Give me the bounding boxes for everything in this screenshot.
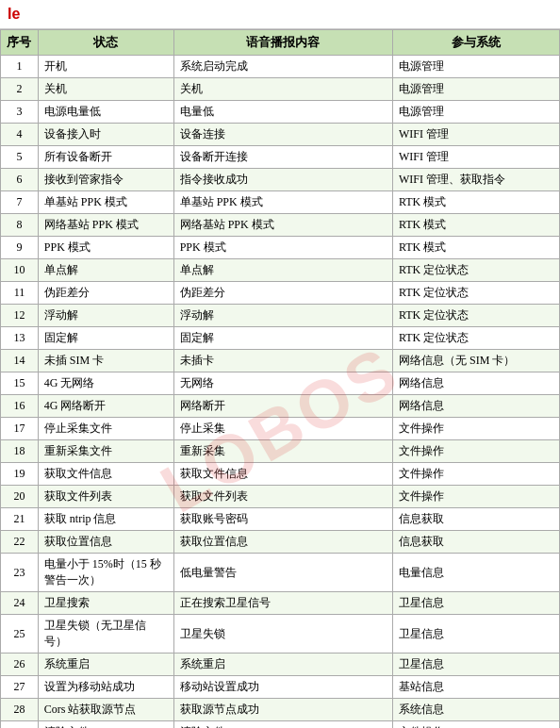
- table-cell: 24: [1, 592, 39, 615]
- table-cell: 10: [1, 259, 39, 282]
- table-row: 27设置为移动站成功移动站设置成功基站信息: [1, 676, 560, 699]
- table-cell: 伪距差分: [38, 282, 173, 305]
- table-cell: 13: [1, 327, 39, 350]
- table-row: 11伪距差分伪距差分RTK 定位状态: [1, 282, 560, 305]
- table-row: 24卫星搜索正在搜索卫星信号卫星信息: [1, 592, 560, 615]
- table-cell: RTK 模式: [392, 214, 559, 237]
- table-header-row: 序号 状态 语音播报内容 参与系统: [1, 30, 560, 56]
- table-cell: 卫星信息: [392, 592, 559, 615]
- table-cell: 信息获取: [392, 531, 559, 554]
- table-cell: 单点解: [38, 259, 173, 282]
- table-cell: 设备断开连接: [173, 146, 392, 169]
- table-cell: 单点解: [173, 259, 392, 282]
- table-cell: 4G 无网络: [38, 372, 173, 395]
- table-row: 20获取文件列表获取文件列表文件操作: [1, 486, 560, 508]
- table-cell: 系统重启: [173, 654, 392, 676]
- table-cell: 网络基站 PPK 模式: [38, 214, 173, 237]
- table-cell: 23: [1, 554, 39, 592]
- table-cell: 设备连接: [173, 124, 392, 146]
- table-cell: 卫星搜索: [38, 592, 173, 615]
- table-row: 18重新采集文件重新采集文件操作: [1, 440, 560, 463]
- table-cell: 26: [1, 654, 39, 676]
- col-header-system: 参与系统: [392, 30, 559, 56]
- table-cell: 获取文件信息: [38, 463, 173, 486]
- table-cell: 获取文件列表: [173, 486, 392, 508]
- table-cell: 清除文件: [173, 721, 392, 729]
- table-cell: 28: [1, 699, 39, 721]
- table-cell: 文件操作: [392, 721, 559, 729]
- table-cell: 卫星信息: [392, 615, 559, 654]
- table-cell: 获取源节点成功: [173, 699, 392, 721]
- table-row: 9PPK 模式PPK 模式RTK 模式: [1, 237, 560, 259]
- table-cell: 获取 ntrip 信息: [38, 508, 173, 531]
- table-cell: 重新采集文件: [38, 440, 173, 463]
- table-cell: 未插卡: [173, 350, 392, 372]
- table-row: 3电源电量低电量低电源管理: [1, 101, 560, 124]
- table-cell: WIFI 管理: [392, 146, 559, 169]
- table-cell: RTK 模式: [392, 191, 559, 214]
- table-cell: 文件操作: [392, 463, 559, 486]
- table-row: 19获取文件信息获取文件信息文件操作: [1, 463, 560, 486]
- table-cell: 单基站 PPK 模式: [38, 191, 173, 214]
- table-cell: 电量低: [173, 101, 392, 124]
- table-row: 28Cors 站获取源节点获取源节点成功系统信息: [1, 699, 560, 721]
- table-cell: 15: [1, 372, 39, 395]
- table-cell: 系统启动完成: [173, 56, 392, 78]
- table-cell: 系统信息: [392, 699, 559, 721]
- table-cell: 获取位置信息: [38, 531, 173, 554]
- table-cell: WIFI 管理、获取指令: [392, 169, 559, 191]
- table-row: 17停止采集文件停止采集文件操作: [1, 418, 560, 440]
- table-row: 29清除文件清除文件文件操作: [1, 721, 560, 729]
- table-cell: 2: [1, 78, 39, 101]
- table-cell: 电源管理: [392, 56, 559, 78]
- table-cell: 重新采集: [173, 440, 392, 463]
- table-cell: 电量小于 15%时（15 秒警告一次）: [38, 554, 173, 592]
- table-cell: 20: [1, 486, 39, 508]
- table-row: 8网络基站 PPK 模式网络基站 PPK 模式RTK 模式: [1, 214, 560, 237]
- table-cell: 系统重启: [38, 654, 173, 676]
- table-cell: 电源电量低: [38, 101, 173, 124]
- table-cell: 浮动解: [173, 305, 392, 327]
- table-cell: 接收到管家指令: [38, 169, 173, 191]
- table-cell: 浮动解: [38, 305, 173, 327]
- table-cell: 19: [1, 463, 39, 486]
- table-cell: 网络信息: [392, 372, 559, 395]
- table-cell: RTK 模式: [392, 237, 559, 259]
- table-row: 164G 网络断开网络断开网络信息: [1, 395, 560, 418]
- table-row: 6接收到管家指令指令接收成功WIFI 管理、获取指令: [1, 169, 560, 191]
- table-cell: 移动站设置成功: [173, 676, 392, 699]
- table-cell: 未插 SIM 卡: [38, 350, 173, 372]
- table-row: 23电量小于 15%时（15 秒警告一次）低电量警告电量信息: [1, 554, 560, 592]
- table-row: 26系统重启系统重启卫星信息: [1, 654, 560, 676]
- table-cell: RTK 定位状态: [392, 259, 559, 282]
- table-cell: 11: [1, 282, 39, 305]
- table-cell: 信息获取: [392, 508, 559, 531]
- table-cell: 网络断开: [173, 395, 392, 418]
- table-cell: 5: [1, 146, 39, 169]
- table-cell: 停止采集: [173, 418, 392, 440]
- table-cell: 22: [1, 531, 39, 554]
- table-cell: 12: [1, 305, 39, 327]
- table-cell: 获取位置信息: [173, 531, 392, 554]
- table-row: 10单点解单点解RTK 定位状态: [1, 259, 560, 282]
- table-cell: RTK 定位状态: [392, 327, 559, 350]
- table-cell: 18: [1, 440, 39, 463]
- table-cell: 8: [1, 214, 39, 237]
- table-cell: 获取文件列表: [38, 486, 173, 508]
- main-table: 序号 状态 语音播报内容 参与系统 1开机系统启动完成电源管理2关机关机电源管理…: [0, 29, 560, 728]
- table-cell: 设备接入时: [38, 124, 173, 146]
- table-row: 2关机关机电源管理: [1, 78, 560, 101]
- table-cell: 1: [1, 56, 39, 78]
- table-cell: 低电量警告: [173, 554, 392, 592]
- table-cell: 电源管理: [392, 101, 559, 124]
- table-row: 25卫星失锁（无卫星信号）卫星失锁卫星信息: [1, 615, 560, 654]
- logo-text: Ie: [8, 6, 20, 23]
- table-cell: 3: [1, 101, 39, 124]
- table-cell: 17: [1, 418, 39, 440]
- table-row: 154G 无网络无网络网络信息: [1, 372, 560, 395]
- table-cell: 停止采集文件: [38, 418, 173, 440]
- table-cell: 9: [1, 237, 39, 259]
- table-cell: 获取账号密码: [173, 508, 392, 531]
- table-cell: 文件操作: [392, 418, 559, 440]
- table-row: 5所有设备断开设备断开连接WIFI 管理: [1, 146, 560, 169]
